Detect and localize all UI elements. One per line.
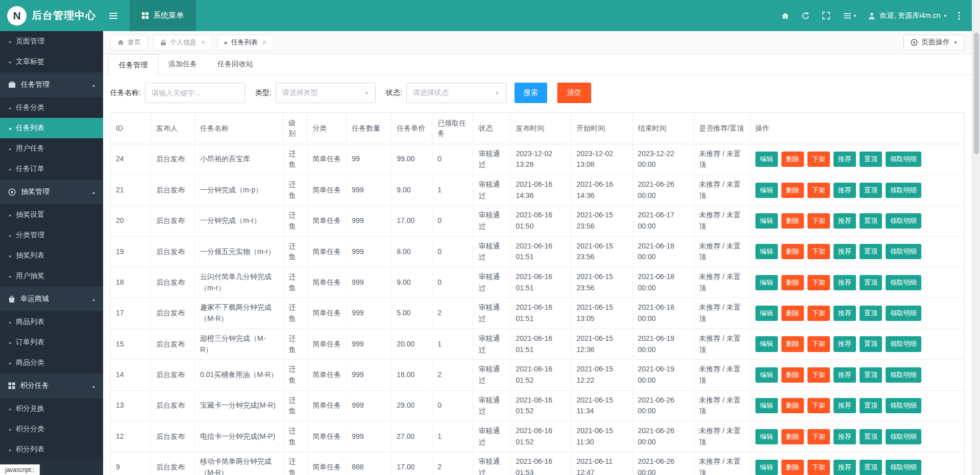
sidebar-item-8[interactable]: ▸抽奖设置 xyxy=(0,205,103,225)
sidebar-item-1[interactable]: ▸文章标签 xyxy=(0,52,103,72)
delete-button[interactable]: 删除 xyxy=(781,213,804,229)
sidebar-group-16[interactable]: 积分任务▴ xyxy=(0,373,103,398)
tab-close-icon[interactable]: × xyxy=(201,39,205,46)
type-select[interactable]: 请选择类型 ▼ xyxy=(276,83,376,103)
edit-button[interactable]: 编辑 xyxy=(755,152,778,167)
sidebar-item-17[interactable]: ▸积分兑换 xyxy=(0,398,103,419)
recommend-button[interactable]: 推荐 xyxy=(834,336,856,352)
sidebar-item-13[interactable]: ▸商品列表 xyxy=(0,312,103,332)
sidebar-item-3[interactable]: ▸任务分类 xyxy=(0,97,103,118)
delete-button[interactable]: 删除 xyxy=(781,460,804,475)
pin-top-button[interactable]: 置顶 xyxy=(860,429,882,444)
edit-button[interactable]: 编辑 xyxy=(755,244,778,259)
home-icon[interactable] xyxy=(775,0,795,31)
off-shelf-button[interactable]: 下架 xyxy=(807,152,830,167)
scrollbar-thumb[interactable] xyxy=(974,33,979,154)
menu-dropdown-icon[interactable]: ▾ xyxy=(836,0,863,31)
delete-button[interactable]: 删除 xyxy=(781,275,804,290)
sidebar-item-11[interactable]: ▸用户抽奖 xyxy=(0,266,103,286)
recommend-button[interactable]: 推荐 xyxy=(834,275,856,290)
recommend-button[interactable]: 推荐 xyxy=(834,152,856,167)
edit-button[interactable]: 编辑 xyxy=(755,398,778,413)
fullscreen-icon[interactable] xyxy=(816,0,836,31)
claim-detail-button[interactable]: 领取明细 xyxy=(886,244,921,259)
recommend-button[interactable]: 推荐 xyxy=(834,183,856,198)
delete-button[interactable]: 删除 xyxy=(781,398,804,413)
clear-button[interactable]: 清空 xyxy=(557,83,591,103)
claim-detail-button[interactable]: 领取明细 xyxy=(886,213,921,229)
edit-button[interactable]: 编辑 xyxy=(755,429,778,444)
claim-detail-button[interactable]: 领取明细 xyxy=(886,152,921,167)
content-tab-0[interactable]: 任务管理 xyxy=(108,54,158,75)
off-shelf-button[interactable]: 下架 xyxy=(807,367,830,383)
claim-detail-button[interactable]: 领取明细 xyxy=(886,398,921,413)
more-options-icon[interactable] xyxy=(951,0,967,31)
delete-button[interactable]: 删除 xyxy=(781,336,804,352)
claim-detail-button[interactable]: 领取明细 xyxy=(886,460,921,475)
claim-detail-button[interactable]: 领取明细 xyxy=(886,336,921,352)
task-name-input[interactable] xyxy=(145,83,245,103)
recommend-button[interactable]: 推荐 xyxy=(834,460,856,475)
off-shelf-button[interactable]: 下架 xyxy=(807,306,830,321)
user-menu[interactable]: 欢迎, 资源库i4m.cn ▾ xyxy=(863,0,951,31)
delete-button[interactable]: 删除 xyxy=(781,306,804,321)
recommend-button[interactable]: 推荐 xyxy=(834,213,856,229)
pin-top-button[interactable]: 置顶 xyxy=(860,460,882,475)
off-shelf-button[interactable]: 下架 xyxy=(807,213,830,229)
sidebar-item-10[interactable]: ▸抽奖列表 xyxy=(0,245,103,266)
tab-close-icon[interactable]: × xyxy=(262,39,266,46)
sidebar-item-19[interactable]: ▸积分列表 xyxy=(0,439,103,460)
pin-top-button[interactable]: 置顶 xyxy=(860,367,882,383)
pin-top-button[interactable]: 置顶 xyxy=(860,152,882,167)
recommend-button[interactable]: 推荐 xyxy=(834,306,856,321)
claim-detail-button[interactable]: 领取明细 xyxy=(886,429,921,444)
off-shelf-button[interactable]: 下架 xyxy=(807,429,830,444)
sidebar-group-12[interactable]: 幸运商城▴ xyxy=(0,286,103,312)
off-shelf-button[interactable]: 下架 xyxy=(807,460,830,475)
edit-button[interactable]: 编辑 xyxy=(755,336,778,352)
edit-button[interactable]: 编辑 xyxy=(755,213,778,229)
edit-button[interactable]: 编辑 xyxy=(755,460,778,475)
claim-detail-button[interactable]: 领取明细 xyxy=(886,306,921,321)
search-button[interactable]: 搜索 xyxy=(514,83,547,103)
sidebar-group-2[interactable]: 任务管理▴ xyxy=(0,72,103,97)
delete-button[interactable]: 删除 xyxy=(781,429,804,444)
delete-button[interactable]: 删除 xyxy=(781,183,804,198)
sidebar-item-9[interactable]: ▸分类管理 xyxy=(0,225,103,245)
refresh-icon[interactable] xyxy=(795,0,816,31)
sidebar-group-7[interactable]: 抽奖管理▴ xyxy=(0,179,103,205)
system-menu-tab[interactable]: 系统菜单 xyxy=(130,0,196,31)
sidebar-item-4[interactable]: ▸任务列表 xyxy=(0,118,103,138)
claim-detail-button[interactable]: 领取明细 xyxy=(886,367,921,383)
sidebar-toggle-icon[interactable] xyxy=(103,0,124,31)
sidebar-item-18[interactable]: ▸积分分类 xyxy=(0,419,103,439)
edit-button[interactable]: 编辑 xyxy=(755,306,778,321)
pin-top-button[interactable]: 置顶 xyxy=(860,213,882,229)
sidebar-item-15[interactable]: ▸商品分类 xyxy=(0,353,103,373)
pin-top-button[interactable]: 置顶 xyxy=(860,183,882,198)
delete-button[interactable]: 删除 xyxy=(781,367,804,383)
off-shelf-button[interactable]: 下架 xyxy=(807,244,830,259)
pin-top-button[interactable]: 置顶 xyxy=(860,275,882,290)
breadcrumb-tab-0[interactable]: 首页 xyxy=(110,35,148,51)
breadcrumb-tab-2[interactable]: ▸任务列表× xyxy=(217,35,274,51)
vertical-scrollbar[interactable] xyxy=(972,0,980,475)
sidebar-item-6[interactable]: ▸任务订单 xyxy=(0,159,103,179)
recommend-button[interactable]: 推荐 xyxy=(834,244,856,259)
sidebar-item-5[interactable]: ▸用户任务 xyxy=(0,138,103,159)
sidebar-item-14[interactable]: ▸订单列表 xyxy=(0,332,103,353)
off-shelf-button[interactable]: 下架 xyxy=(807,336,830,352)
content-tab-2[interactable]: 任务回收站 xyxy=(207,54,263,74)
edit-button[interactable]: 编辑 xyxy=(755,275,778,290)
breadcrumb-tab-1[interactable]: 个人信息× xyxy=(153,35,212,51)
off-shelf-button[interactable]: 下架 xyxy=(807,183,830,198)
page-actions-button[interactable]: 页面操作 ▼ xyxy=(903,35,965,51)
status-select[interactable]: 请选择状态 ▼ xyxy=(406,83,506,103)
recommend-button[interactable]: 推荐 xyxy=(834,429,856,444)
delete-button[interactable]: 删除 xyxy=(781,244,804,259)
pin-top-button[interactable]: 置顶 xyxy=(860,398,882,413)
delete-button[interactable]: 删除 xyxy=(781,152,804,167)
pin-top-button[interactable]: 置顶 xyxy=(860,336,882,352)
claim-detail-button[interactable]: 领取明细 xyxy=(886,183,921,198)
off-shelf-button[interactable]: 下架 xyxy=(807,398,830,413)
